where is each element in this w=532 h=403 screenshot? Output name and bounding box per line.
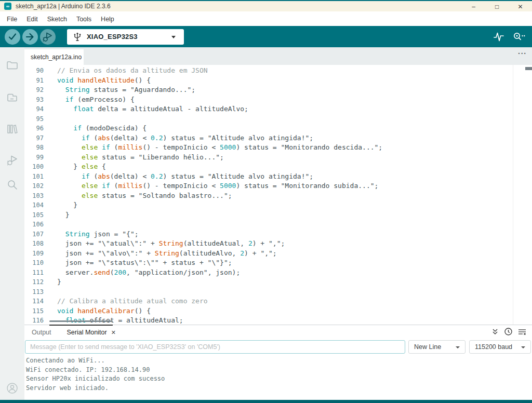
code-line: 108 json += "\"atual\":" + String(altitu… bbox=[24, 239, 532, 249]
code-editor[interactable]: 90// Envia os dados da altitude em JSON9… bbox=[24, 65, 532, 325]
code-line: 98 else if (millis() - tempoInicio < 500… bbox=[24, 143, 532, 153]
horizontal-scrollbar-thumb[interactable] bbox=[49, 320, 113, 322]
serial-output-line: WiFi conectado. IP: 192.168.14.90 bbox=[26, 366, 532, 375]
code-line: 109 json += "\"alvo\":" + String(altitud… bbox=[24, 249, 532, 259]
window-controls: – □ ✕ bbox=[462, 1, 532, 12]
code-line: 103 else status = "Soltando balastro..."… bbox=[24, 191, 532, 201]
boards-manager-icon[interactable] bbox=[6, 91, 19, 104]
debug-icon bbox=[40, 29, 56, 45]
code-line: 111 server.send(200, "application/json",… bbox=[24, 268, 532, 278]
line-number: 99 bbox=[24, 153, 57, 163]
line-number: 100 bbox=[24, 162, 57, 172]
code-line: 97 if (abs(delta) < 0.2) status = "Altit… bbox=[24, 133, 532, 143]
code-line: 113 bbox=[24, 287, 532, 297]
tab-sketch-ino[interactable]: sketch_apr12a.ino bbox=[24, 49, 84, 65]
menu-item-sketch[interactable]: Sketch bbox=[43, 16, 72, 23]
line-number: 114 bbox=[24, 297, 57, 306]
timestamp-icon[interactable] bbox=[504, 327, 513, 336]
line-number: 90 bbox=[24, 66, 57, 76]
line-number: 106 bbox=[24, 220, 57, 230]
line-number: 98 bbox=[24, 143, 57, 153]
status-strip bbox=[0, 400, 532, 403]
close-button[interactable]: ✕ bbox=[509, 1, 532, 12]
line-number: 92 bbox=[24, 85, 57, 95]
line-ending-value: New Line bbox=[414, 343, 441, 351]
line-number: 95 bbox=[24, 114, 57, 124]
serial-output-line: Conectando ao WiFi... bbox=[26, 356, 532, 366]
tab-output[interactable]: Output bbox=[28, 329, 56, 336]
chevron-down-icon bbox=[521, 346, 525, 348]
serial-plotter-icon[interactable] bbox=[493, 31, 505, 43]
arrow-right-icon bbox=[22, 29, 38, 45]
menu-item-tools[interactable]: Tools bbox=[72, 16, 96, 23]
window-title: sketch_apr12a | Arduino IDE 2.3.6 bbox=[16, 3, 111, 10]
baud-rate-select[interactable]: 115200 baud bbox=[469, 340, 531, 354]
board-selector-label: XIAO_ESP32S3 bbox=[87, 33, 138, 41]
library-manager-icon[interactable] bbox=[6, 123, 19, 136]
debug-sidebar-icon[interactable] bbox=[6, 154, 19, 167]
upload-button[interactable] bbox=[22, 29, 38, 45]
code-line: 102 else if (millis() - tempoInicio < 50… bbox=[24, 181, 532, 191]
code-line: 114// Calibra a altitude atual como zero bbox=[24, 297, 532, 306]
code-line: 112} bbox=[24, 277, 532, 287]
serial-message-input[interactable] bbox=[25, 340, 405, 354]
collapse-panel-icon[interactable] bbox=[491, 328, 499, 336]
menu-item-file[interactable]: File bbox=[2, 16, 22, 23]
line-ending-select[interactable]: New Line bbox=[408, 340, 466, 354]
line-number: 108 bbox=[24, 239, 57, 249]
minimize-button[interactable]: – bbox=[462, 1, 485, 12]
clear-output-icon[interactable] bbox=[517, 328, 527, 336]
line-number: 94 bbox=[24, 104, 57, 114]
check-icon bbox=[5, 29, 20, 45]
code-line: 94 float delta = altitudeAtual - altitud… bbox=[24, 104, 532, 114]
close-serial-tab-icon[interactable]: ✕ bbox=[111, 329, 116, 336]
code-line: 93 if (emProcesso) { bbox=[24, 95, 532, 105]
scrollbar-track bbox=[513, 65, 513, 325]
code-line: 107 String json = "{"; bbox=[24, 230, 532, 239]
toolbar: XIAO_ESP32S3 bbox=[0, 26, 532, 47]
code-line: 99 else status = "Liberando hélio..."; bbox=[24, 153, 532, 163]
title-bar: ∞ sketch_apr12a | Arduino IDE 2.3.6 – □ … bbox=[0, 0, 532, 11]
line-number: 115 bbox=[24, 306, 57, 316]
debug-button[interactable] bbox=[40, 29, 56, 45]
line-number: 113 bbox=[24, 287, 57, 297]
code-line: 95 bbox=[24, 114, 532, 124]
menu-item-edit[interactable]: Edit bbox=[22, 16, 43, 23]
line-number: 96 bbox=[24, 124, 57, 133]
tab-label: sketch_apr12a.ino bbox=[31, 53, 82, 61]
line-number: 93 bbox=[24, 95, 57, 105]
line-number: 112 bbox=[24, 277, 57, 287]
code-line: 104 } bbox=[24, 200, 532, 210]
tab-serial-monitor[interactable]: Serial Monitor ✕ bbox=[67, 329, 116, 336]
line-number: 104 bbox=[24, 200, 57, 210]
serial-monitor-icon[interactable] bbox=[512, 31, 526, 43]
line-number: 109 bbox=[24, 249, 57, 259]
verify-button[interactable] bbox=[5, 29, 20, 45]
maximize-button[interactable]: □ bbox=[485, 1, 509, 12]
serial-input-row: New Line 115200 baud bbox=[25, 340, 531, 354]
baud-rate-value: 115200 baud bbox=[475, 343, 512, 351]
arduino-logo-icon: ∞ bbox=[4, 3, 11, 10]
activity-sidebar bbox=[0, 47, 24, 400]
code-line: 96 if (modoDescida) { bbox=[24, 124, 532, 133]
line-number: 111 bbox=[24, 268, 57, 278]
more-actions-icon[interactable]: ··· bbox=[518, 49, 527, 58]
vertical-scrollbar-thumb[interactable] bbox=[525, 67, 532, 70]
chevron-down-icon bbox=[171, 36, 176, 38]
code-line: 110 json += "\"status\":\"" + status + "… bbox=[24, 258, 532, 268]
arduino-ide-window: ∞ sketch_apr12a | Arduino IDE 2.3.6 – □ … bbox=[0, 0, 532, 403]
board-selector[interactable]: XIAO_ESP32S3 bbox=[67, 29, 184, 45]
serial-output-line: Servidor web iniciado. bbox=[26, 384, 532, 393]
chevron-down-icon bbox=[456, 346, 460, 348]
account-icon[interactable] bbox=[6, 382, 19, 395]
sketchbook-folder-icon[interactable] bbox=[6, 59, 19, 72]
line-number: 101 bbox=[24, 172, 57, 182]
bottom-panel: Output Serial Monitor ✕ bbox=[24, 325, 532, 400]
menu-item-help[interactable]: Help bbox=[96, 16, 119, 23]
menu-bar: FileEditSketchToolsHelp bbox=[0, 12, 532, 26]
code-line: 106 bbox=[24, 220, 532, 230]
serial-output[interactable]: Conectando ao WiFi...WiFi conectado. IP:… bbox=[24, 356, 532, 400]
serial-output-line: Sensor HP20x inicializado com sucesso bbox=[26, 374, 532, 384]
code-line: 92 String status = "Aguardando..."; bbox=[24, 85, 532, 95]
search-icon[interactable] bbox=[6, 178, 19, 191]
